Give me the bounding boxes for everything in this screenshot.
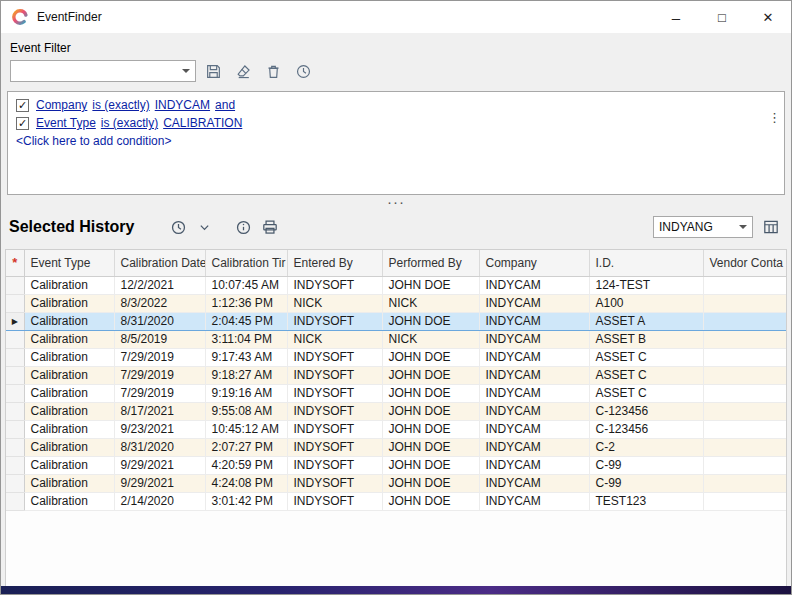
cell: Calibration [24, 420, 114, 438]
user-combo[interactable]: INDYANG [653, 216, 753, 238]
column-header[interactable]: I.D. [589, 250, 703, 276]
cell [703, 492, 787, 510]
cell: Calibration [24, 330, 114, 348]
cell [703, 330, 787, 348]
cell: Calibration [24, 366, 114, 384]
filter-conditions-panel: Companyis (exactly)INDYCAMandEvent Typei… [7, 91, 785, 195]
cell: 8/3/2022 [114, 294, 205, 312]
history-table: *Event TypeCalibration DateCalibration T… [6, 250, 787, 511]
cell [703, 276, 787, 294]
condition-checkbox[interactable] [16, 117, 29, 130]
column-header[interactable]: Entered By [287, 250, 382, 276]
trash-icon [265, 63, 282, 80]
eraser-icon [235, 63, 252, 80]
chevron-down-icon[interactable] [734, 217, 752, 237]
table-row[interactable]: Calibration8/3/20221:12:36 PMNICKNICKIND… [6, 294, 787, 312]
cell: INDYCAM [479, 402, 589, 420]
cell: INDYCAM [479, 348, 589, 366]
column-header[interactable]: Calibration Date [114, 250, 205, 276]
condition-token[interactable]: and [215, 98, 235, 112]
panel-resize-dots[interactable]: ⋮ [768, 112, 781, 123]
table-row[interactable]: Calibration8/31/20202:07:27 PMINDYSOFTJO… [6, 438, 787, 456]
cell: 8/5/2019 [114, 330, 205, 348]
condition-token[interactable]: is (exactly) [92, 98, 149, 112]
cell: INDYSOFT [287, 348, 382, 366]
table-row[interactable]: Calibration9/23/202110:45:12 AMINDYSOFTJ… [6, 420, 787, 438]
cell: 8/31/2020 [114, 438, 205, 456]
cell [703, 438, 787, 456]
cell: INDYCAM [479, 330, 589, 348]
cell: INDYSOFT [287, 312, 382, 330]
panel-splitter[interactable]: ··· [1, 198, 791, 209]
cell: INDYCAM [479, 366, 589, 384]
cell: 3:01:42 PM [205, 492, 287, 510]
cell: JOHN DOE [382, 456, 479, 474]
cell: A100 [589, 294, 703, 312]
cell: Calibration [24, 438, 114, 456]
condition-token[interactable]: Event Type [36, 116, 96, 130]
cell: INDYSOFT [287, 492, 382, 510]
cell: JOHN DOE [382, 420, 479, 438]
cell: C-123456 [589, 420, 703, 438]
info-icon [235, 219, 252, 236]
table-row[interactable]: ▶Calibration8/31/20202:04:45 PMINDYSOFTJ… [6, 312, 787, 330]
table-row[interactable]: Calibration2/14/20203:01:42 PMINDYSOFTJO… [6, 492, 787, 510]
filter-combo[interactable] [10, 60, 196, 82]
info-button[interactable] [231, 215, 256, 239]
table-row[interactable]: Calibration9/29/20214:24:08 PMINDYSOFTJO… [6, 474, 787, 492]
condition-token[interactable]: INDYCAM [155, 98, 210, 112]
cell: INDYSOFT [287, 402, 382, 420]
column-header[interactable]: Calibration Tir [205, 250, 287, 276]
cell: INDYCAM [479, 438, 589, 456]
column-header[interactable]: Vendor Conta [703, 250, 787, 276]
cell [703, 312, 787, 330]
cell: JOHN DOE [382, 402, 479, 420]
table-row[interactable]: Calibration8/5/20193:11:04 PMNICKNICKIND… [6, 330, 787, 348]
table-row[interactable]: Calibration12/2/202110:07:45 AMINDYSOFTJ… [6, 276, 787, 294]
cell: 2:07:27 PM [205, 438, 287, 456]
cell [703, 402, 787, 420]
cell: C-2 [589, 438, 703, 456]
history-toolbar [166, 215, 282, 239]
column-header[interactable]: Company [479, 250, 589, 276]
table-row[interactable]: Calibration8/17/20219:55:08 AMINDYSOFTJO… [6, 402, 787, 420]
minimize-button[interactable]: – [653, 1, 699, 33]
filter-history-button[interactable] [291, 59, 316, 83]
eventfinder-window: EventFinder – □ ✕ Event Filter [0, 0, 792, 595]
clear-filter-button[interactable] [231, 59, 256, 83]
table-row[interactable]: Calibration9/29/20214:20:59 PMINDYSOFTJO… [6, 456, 787, 474]
chevron-down-icon[interactable] [177, 61, 195, 81]
cell: INDYSOFT [287, 474, 382, 492]
delete-filter-button[interactable] [261, 59, 286, 83]
column-header[interactable]: Event Type [24, 250, 114, 276]
print-button[interactable] [257, 215, 282, 239]
add-condition-link[interactable]: <Click here to add condition> [16, 134, 776, 148]
close-button[interactable]: ✕ [745, 1, 791, 33]
cell: 7/29/2019 [114, 366, 205, 384]
cell: JOHN DOE [382, 384, 479, 402]
cell: Calibration [24, 492, 114, 510]
history-clock-button[interactable] [166, 215, 191, 239]
table-row[interactable]: Calibration7/29/20199:17:43 AMINDYSOFTJO… [6, 348, 787, 366]
condition-checkbox[interactable] [16, 99, 29, 112]
cell: INDYCAM [479, 474, 589, 492]
condition-token[interactable]: CALIBRATION [163, 116, 242, 130]
history-user-group: INDYANG [653, 215, 783, 239]
row-indicator [6, 492, 24, 510]
event-filter-label: Event Filter [10, 41, 791, 55]
condition-token[interactable]: Company [36, 98, 87, 112]
table-row[interactable]: Calibration7/29/20199:19:16 AMINDYSOFTJO… [6, 384, 787, 402]
save-filter-button[interactable] [201, 59, 226, 83]
row-indicator [6, 456, 24, 474]
condition-token[interactable]: is (exactly) [101, 116, 158, 130]
column-header[interactable]: Performed By [382, 250, 479, 276]
grid-customize-button[interactable] [758, 215, 783, 239]
cell: 2:04:45 PM [205, 312, 287, 330]
cell: INDYSOFT [287, 366, 382, 384]
maximize-button[interactable]: □ [699, 1, 745, 33]
row-indicator: ▶ [6, 312, 24, 330]
table-row[interactable]: Calibration7/29/20199:18:27 AMINDYSOFTJO… [6, 366, 787, 384]
grid-customize-icon [762, 218, 780, 236]
cell: JOHN DOE [382, 276, 479, 294]
history-clock-dropdown-button[interactable] [192, 215, 217, 239]
